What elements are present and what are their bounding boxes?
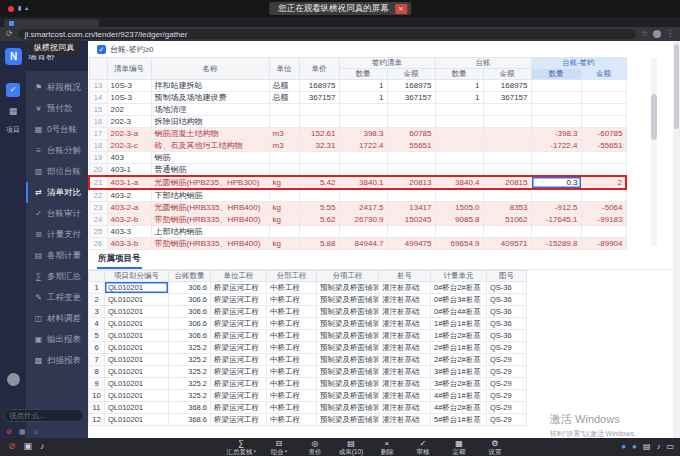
- cell-unit-project[interactable]: 桥梁运河工程: [211, 390, 267, 402]
- detail-row[interactable]: 1 QL010201 306.6 桥梁运河工程 中桥工程 预制梁及桥面铺装 灌注…: [89, 282, 527, 294]
- cell-section[interactable]: 中桥工程: [267, 330, 317, 342]
- 砖、石及其他圬工结构物[interactable]: 18 202-3-c 砖、石及其他圬工结构物 m3 32.31 1722.4 5…: [89, 140, 626, 152]
- cell-drawing-no[interactable]: QS-29: [487, 354, 527, 366]
- cell-diff-amount[interactable]: [581, 80, 626, 92]
- cell-name[interactable]: 拆除旧结构物: [151, 116, 269, 128]
- cell-section[interactable]: 中桥工程: [267, 366, 317, 378]
- cell-section[interactable]: 中桥工程: [267, 354, 317, 366]
- cell-diff-qty[interactable]: [531, 164, 581, 177]
- mic-muted-icon[interactable]: ⊘: [8, 441, 16, 451]
- cell-drawing-no[interactable]: QS-29: [487, 342, 527, 354]
- cell-drawing-no[interactable]: QS-36: [487, 306, 527, 318]
- cell-unit-project[interactable]: 桥梁运河工程: [211, 342, 267, 354]
- cell-unit[interactable]: [269, 104, 299, 116]
- cell-unit-project[interactable]: 桥梁运河工程: [211, 282, 267, 294]
- cell-ledger-qty[interactable]: 9085.8: [435, 214, 483, 226]
- cell-code[interactable]: 403-1: [107, 164, 151, 177]
- cell-ledger-amount[interactable]: [483, 116, 531, 128]
- cell-code[interactable]: 202-3: [107, 116, 151, 128]
- cell-contract-amount[interactable]: 367157: [387, 92, 435, 104]
- cell-stake[interactable]: 灌注桩基础: [379, 282, 431, 294]
- col-header-ledger-amount[interactable]: 金额: [483, 69, 531, 80]
- cell-stake[interactable]: 灌注桩基础: [379, 390, 431, 402]
- filter-checkbox[interactable]: ✓: [97, 45, 106, 54]
- cell-price[interactable]: [299, 189, 339, 202]
- cell-stake[interactable]: 灌注桩基础: [379, 294, 431, 306]
- cell-unit[interactable]: [269, 152, 299, 164]
- cell-contract-amount[interactable]: [387, 116, 435, 128]
- detail-row[interactable]: 3 QL010201 306.6 桥梁运河工程 中桥工程 预制梁及桥面铺装 灌注…: [89, 306, 527, 318]
- sidebar-item[interactable]: ✓ 台账审计: [26, 203, 88, 224]
- row-number[interactable]: 18: [89, 140, 107, 152]
- cell-unit[interactable]: 总额: [269, 80, 299, 92]
- cell-subitem[interactable]: 预制梁及桥面铺装: [317, 330, 379, 342]
- cell-section[interactable]: 中桥工程: [267, 282, 317, 294]
- cell-subitem[interactable]: 预制梁及桥面铺装: [317, 306, 379, 318]
- cell-stake[interactable]: 灌注桩基础: [379, 414, 431, 426]
- cell-division-code[interactable]: QL010201: [105, 366, 169, 378]
- cell-diff-qty[interactable]: [531, 92, 581, 104]
- 光圆钢筋(HPB235、HPB300)[interactable]: 21 403-1-a 光圆钢筋(HPB235、HPB300) kg 5.42 3…: [89, 176, 626, 189]
- cell-contract-qty[interactable]: [339, 164, 387, 177]
- cell-diff-qty[interactable]: [531, 80, 581, 92]
- cell-section[interactable]: 中桥工程: [267, 390, 317, 402]
- cell-division-code[interactable]: QL010201: [105, 330, 169, 342]
- cell-section[interactable]: 中桥工程: [267, 414, 317, 426]
- cell-name[interactable]: 上部结构钢筋: [151, 226, 269, 238]
- cell-measure-unit[interactable]: 3#桥台1#桩基: [431, 366, 487, 378]
- cell-unit[interactable]: [269, 226, 299, 238]
- cell-name[interactable]: 预制场及场地建设费: [151, 92, 269, 104]
- cell-drawing-no[interactable]: QS-29: [487, 366, 527, 378]
- cell-code[interactable]: 403-3-b: [107, 238, 151, 250]
- cell-measure-unit[interactable]: 3#桥台2#桩基: [431, 378, 487, 390]
- cell-stake[interactable]: 灌注桩基础: [379, 354, 431, 366]
- cell-contract-amount[interactable]: 20813: [387, 176, 435, 189]
- row-number[interactable]: 16: [89, 116, 107, 128]
- chat-emoji-icon[interactable]: ☺: [33, 428, 40, 436]
- cell-ledger-amount[interactable]: 8353: [483, 202, 531, 214]
- cell-ledger-qty[interactable]: [435, 140, 483, 152]
- cell-measure-unit[interactable]: 4#桥台2#桩基: [431, 402, 487, 414]
- cell-stake[interactable]: 灌注桩基础: [379, 330, 431, 342]
- chat-apps-icon[interactable]: ▦: [19, 428, 26, 436]
- cell-drawing-no[interactable]: QS-36: [487, 318, 527, 330]
- cell-name[interactable]: 带肋钢筋(HRB335、HRB400): [151, 214, 269, 226]
- row-number[interactable]: 26: [89, 238, 107, 250]
- cell-ledger-amount[interactable]: [483, 164, 531, 177]
- 拌和站建拆站[interactable]: 13 10S-3 拌和站建拆站 总额 168975 1 168975 1 168…: [89, 80, 626, 92]
- cell-stake[interactable]: 灌注桩基础: [379, 342, 431, 354]
- cell-contract-qty[interactable]: [339, 226, 387, 238]
- cell-stake[interactable]: 灌注桩基础: [379, 318, 431, 330]
- row-number[interactable]: 19: [89, 152, 107, 164]
- cell-diff-qty[interactable]: -1722.4: [531, 140, 581, 152]
- cell-drawing-no[interactable]: QS-36: [487, 282, 527, 294]
- cell-drawing-no[interactable]: QS-29: [487, 402, 527, 414]
- detail-row-number[interactable]: 1: [89, 282, 105, 294]
- cell-contract-amount[interactable]: [387, 164, 435, 177]
- cell-code[interactable]: 202-3-c: [107, 140, 151, 152]
- tray-network-icon[interactable]: ▭: [666, 442, 674, 451]
- cell-price[interactable]: 168975: [299, 80, 339, 92]
- cell-unit[interactable]: [269, 164, 299, 177]
- cell-ledger-amount[interactable]: 409571: [483, 238, 531, 250]
- cell-price[interactable]: 152.61: [299, 128, 339, 140]
- cell-price[interactable]: [299, 164, 339, 177]
- cell-ledger-qty[interactable]: [435, 104, 483, 116]
- cell-unit-project[interactable]: 桥梁运河工程: [211, 366, 267, 378]
- detail-row-number[interactable]: 10: [89, 390, 105, 402]
- cell-contract-qty[interactable]: [339, 152, 387, 164]
- toolbar-item[interactable]: ▤ 成果(10) ▾: [338, 439, 364, 455]
- cell-ledger-amount[interactable]: 168975: [483, 80, 531, 92]
- cell-diff-amount[interactable]: [581, 116, 626, 128]
- cell-diff-qty[interactable]: [531, 152, 581, 164]
- cell-contract-amount[interactable]: 13417: [387, 202, 435, 214]
- detail-row[interactable]: 2 QL010201 306.6 桥梁运河工程 中桥工程 预制梁及桥面铺装 灌注…: [89, 294, 527, 306]
- cell-diff-amount[interactable]: 2: [581, 176, 626, 189]
- cell-name[interactable]: 钢筋混凝土结构物: [151, 128, 269, 140]
- cell-unit[interactable]: [269, 189, 299, 202]
- detail-row-number[interactable]: 4: [89, 318, 105, 330]
- cell-detail-qty[interactable]: 368.6: [169, 402, 211, 414]
- cell-ledger-amount[interactable]: 367157: [483, 92, 531, 104]
- cell-division-code[interactable]: QL010201: [105, 282, 169, 294]
- meeting-status-icon-2[interactable]: ●: [632, 442, 637, 451]
